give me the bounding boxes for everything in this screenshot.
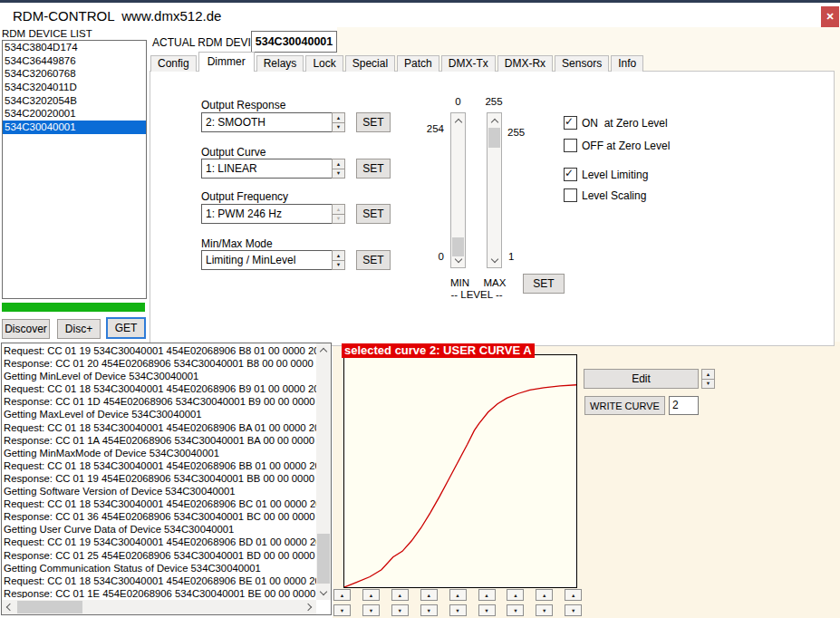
- scroll-right-icon[interactable]: [303, 600, 316, 614]
- tab-relays[interactable]: Relays: [256, 55, 304, 72]
- slider-down-arrow-icon[interactable]: [488, 253, 501, 267]
- log-vertical-scrollbar[interactable]: [316, 343, 331, 600]
- write-curve-button[interactable]: WRITE CURVE: [584, 396, 665, 415]
- min-level-slider[interactable]: [450, 112, 466, 268]
- tab-patch[interactable]: Patch: [397, 55, 439, 72]
- log-line: Getting Software Version of Device 534C3…: [4, 485, 316, 497]
- set-minmax-mode-button[interactable]: SET: [356, 250, 391, 270]
- log-line: Request: CC 01 18 534C30040001 454E02068…: [4, 459, 316, 472]
- device-list-item[interactable]: 534C30040001: [3, 121, 146, 134]
- discover-button[interactable]: Discover: [2, 319, 50, 339]
- log-line: Request: CC 01 18 534C30040001 454E02068…: [4, 497, 316, 510]
- down-arrow-icon[interactable]: [391, 604, 409, 616]
- get-button[interactable]: GET: [106, 317, 146, 339]
- set-output-response-button[interactable]: SET: [356, 112, 391, 132]
- down-arrow-icon[interactable]: [507, 604, 524, 616]
- max-label: MAX: [483, 277, 507, 288]
- scroll-up-icon[interactable]: [316, 343, 331, 357]
- up-arrow-icon[interactable]: [362, 589, 380, 601]
- up-arrow-icon[interactable]: [565, 589, 582, 601]
- up-arrow-icon[interactable]: [449, 589, 467, 601]
- vscroll-thumb[interactable]: [317, 534, 330, 584]
- down-arrow-icon[interactable]: [449, 604, 467, 616]
- curve-point-stepper: [507, 589, 524, 616]
- tab-dmx-tx[interactable]: DMX-Tx: [441, 55, 496, 72]
- curve-point-stepper: [420, 589, 438, 616]
- minmax-mode-input[interactable]: Limiting / MinLevel: [201, 250, 333, 270]
- set-output-frequency-button[interactable]: SET: [356, 204, 391, 224]
- up-arrow-icon[interactable]: [536, 589, 553, 601]
- tab-dmx-rx[interactable]: DMX-Rx: [497, 55, 553, 72]
- output-response-input[interactable]: 2: SMOOTH: [201, 112, 333, 132]
- device-list-item[interactable]: 534C3804D174: [3, 41, 146, 54]
- device-list-item[interactable]: 534C20020001: [3, 107, 146, 121]
- down-arrow-icon[interactable]: [332, 260, 345, 271]
- max-range-top: 255: [507, 127, 525, 138]
- slider-down-arrow-icon[interactable]: [451, 253, 465, 267]
- down-arrow-icon[interactable]: [701, 379, 715, 390]
- on-at-zero-checkbox[interactable]: ON at Zero Level: [564, 116, 668, 130]
- max-level-slider[interactable]: [487, 112, 502, 268]
- device-list-item[interactable]: 534C3204011D: [3, 81, 146, 94]
- scroll-down-icon[interactable]: [316, 586, 331, 600]
- curve-number-input[interactable]: 2: [669, 396, 699, 415]
- output-curve-input[interactable]: 1: LINEAR: [201, 159, 333, 179]
- down-arrow-icon[interactable]: [362, 604, 380, 616]
- hscroll-thumb[interactable]: [17, 601, 82, 613]
- device-listbox[interactable]: 534C3804D174534C36449876534C32060768534C…: [2, 40, 147, 299]
- device-list-item[interactable]: 534C36449876: [3, 54, 146, 68]
- tab-lock[interactable]: Lock: [305, 55, 343, 72]
- field-label: Min/Max Mode: [201, 237, 273, 250]
- slider-up-arrow-icon[interactable]: [451, 113, 465, 128]
- down-arrow-icon[interactable]: [420, 604, 438, 616]
- max-slider-thumb[interactable]: [488, 128, 500, 148]
- output-frequency-input[interactable]: 1: PWM 246 Hz: [201, 204, 333, 224]
- checkbox-checked-icon: [564, 168, 577, 181]
- max-range-bottom: 1: [508, 251, 514, 262]
- device-list-item[interactable]: 534C3202054B: [3, 94, 146, 108]
- edit-curve-button[interactable]: Edit: [584, 369, 699, 389]
- set-level-button[interactable]: SET: [523, 274, 565, 294]
- up-arrow-icon[interactable]: [333, 589, 351, 601]
- log-text: Request: CC 01 19 534C30040001 454E02068…: [4, 344, 316, 598]
- close-icon[interactable]: [821, 6, 839, 27]
- edit-curve-stepper: [701, 369, 715, 389]
- tab-config[interactable]: Config: [150, 55, 197, 72]
- down-arrow-icon[interactable]: [332, 214, 345, 225]
- rdm-log[interactable]: Request: CC 01 19 534C30040001 454E02068…: [1, 343, 332, 615]
- slider-up-arrow-icon[interactable]: [488, 113, 501, 128]
- set-output-curve-button[interactable]: SET: [356, 159, 391, 179]
- up-arrow-icon[interactable]: [420, 589, 438, 601]
- down-arrow-icon[interactable]: [332, 169, 345, 179]
- down-arrow-icon[interactable]: [565, 604, 582, 616]
- level-limiting-checkbox[interactable]: Level Limiting: [564, 168, 648, 181]
- log-line: Request: CC 01 19 534C30040001 454E02068…: [4, 536, 316, 548]
- level-scaling-checkbox[interactable]: Level Scaling: [564, 188, 646, 202]
- tab-sensors[interactable]: Sensors: [555, 55, 609, 72]
- checkbox-unchecked-icon: [564, 188, 577, 202]
- off-at-zero-checkbox[interactable]: OFF at Zero Level: [564, 139, 670, 152]
- device-list-item[interactable]: 534C32060768: [3, 67, 146, 81]
- checkbox-label: Level Limiting: [582, 169, 648, 181]
- log-horizontal-scrollbar[interactable]: [2, 600, 316, 614]
- up-arrow-icon[interactable]: [391, 589, 409, 601]
- down-arrow-icon[interactable]: [333, 604, 351, 616]
- tab-dimmer[interactable]: Dimmer: [198, 52, 255, 72]
- min-range-bottom: 0: [433, 251, 444, 262]
- down-arrow-icon[interactable]: [478, 604, 496, 616]
- device-list-label: RDM DEVICE LIST: [2, 28, 92, 39]
- down-arrow-icon[interactable]: [536, 604, 553, 616]
- checkbox-checked-icon: [564, 116, 577, 130]
- curve-point-stepper: [449, 589, 467, 616]
- level-caption: -- LEVEL --: [449, 289, 504, 300]
- down-arrow-icon[interactable]: [332, 122, 345, 133]
- disc-plus-button[interactable]: Disc+: [57, 319, 101, 339]
- tab-special[interactable]: Special: [345, 55, 395, 72]
- user-curve-line: [344, 385, 576, 587]
- scroll-left-icon[interactable]: [2, 600, 15, 614]
- up-arrow-icon[interactable]: [507, 589, 524, 601]
- up-arrow-icon[interactable]: [478, 589, 496, 601]
- output-response-stepper: [332, 112, 345, 132]
- max-slider-value: 255: [482, 96, 506, 107]
- tab-info[interactable]: Info: [611, 55, 643, 72]
